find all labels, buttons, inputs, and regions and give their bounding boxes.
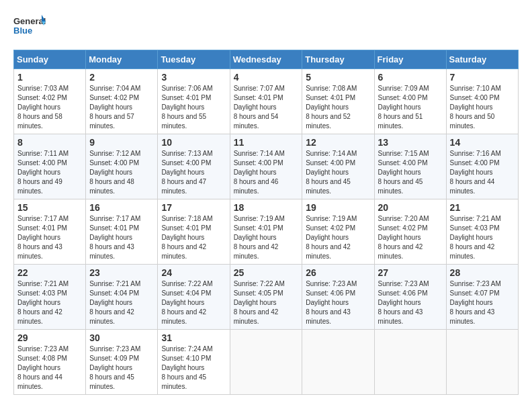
day-number: 26 xyxy=(306,267,370,278)
day-info: Sunrise: 7:12 AM Sunset: 4:00 PM Dayligh… xyxy=(89,149,154,196)
day-info: Sunrise: 7:21 AM Sunset: 4:04 PM Dayligh… xyxy=(89,279,154,326)
day-info: Sunrise: 7:08 AM Sunset: 4:01 PM Dayligh… xyxy=(306,84,370,131)
day-info: Sunrise: 7:09 AM Sunset: 4:00 PM Dayligh… xyxy=(378,84,443,131)
day-number: 6 xyxy=(378,72,443,83)
calendar-week-row: 8 Sunrise: 7:11 AM Sunset: 4:00 PM Dayli… xyxy=(14,134,519,199)
day-info: Sunrise: 7:17 AM Sunset: 4:01 PM Dayligh… xyxy=(89,214,154,261)
calendar-cell xyxy=(230,330,302,395)
logo: General Blue xyxy=(13,13,46,39)
day-info: Sunrise: 7:22 AM Sunset: 4:04 PM Dayligh… xyxy=(161,279,226,326)
logo-icon: General Blue xyxy=(13,13,46,39)
day-number: 17 xyxy=(161,202,226,213)
calendar-cell: 28 Sunrise: 7:23 AM Sunset: 4:07 PM Dayl… xyxy=(446,265,518,330)
calendar-cell: 21 Sunrise: 7:21 AM Sunset: 4:03 PM Dayl… xyxy=(446,199,518,265)
day-number: 25 xyxy=(234,267,299,278)
calendar-cell: 6 Sunrise: 7:09 AM Sunset: 4:00 PM Dayli… xyxy=(374,69,446,134)
calendar-cell: 2 Sunrise: 7:04 AM Sunset: 4:02 PM Dayli… xyxy=(86,69,158,134)
calendar-cell: 10 Sunrise: 7:13 AM Sunset: 4:00 PM Dayl… xyxy=(158,134,230,199)
day-number: 10 xyxy=(161,137,226,148)
column-header-thursday: Thursday xyxy=(302,50,374,69)
calendar-cell: 30 Sunrise: 7:23 AM Sunset: 4:09 PM Dayl… xyxy=(86,330,158,395)
day-info: Sunrise: 7:21 AM Sunset: 4:03 PM Dayligh… xyxy=(450,214,515,261)
day-number: 11 xyxy=(234,137,299,148)
svg-text:Blue: Blue xyxy=(13,26,32,36)
calendar-cell: 16 Sunrise: 7:17 AM Sunset: 4:01 PM Dayl… xyxy=(86,199,158,265)
logo-wordmark: General Blue xyxy=(13,13,46,39)
day-info: Sunrise: 7:20 AM Sunset: 4:02 PM Dayligh… xyxy=(378,214,443,261)
day-info: Sunrise: 7:23 AM Sunset: 4:07 PM Dayligh… xyxy=(450,279,515,326)
column-header-friday: Friday xyxy=(374,50,446,69)
page-header: General Blue xyxy=(13,13,519,39)
day-number: 12 xyxy=(306,137,370,148)
calendar-cell: 9 Sunrise: 7:12 AM Sunset: 4:00 PM Dayli… xyxy=(86,134,158,199)
calendar-cell: 23 Sunrise: 7:21 AM Sunset: 4:04 PM Dayl… xyxy=(86,265,158,330)
day-number: 8 xyxy=(17,137,82,148)
day-info: Sunrise: 7:13 AM Sunset: 4:00 PM Dayligh… xyxy=(161,149,226,196)
calendar-cell: 29 Sunrise: 7:23 AM Sunset: 4:08 PM Dayl… xyxy=(14,330,86,395)
day-info: Sunrise: 7:16 AM Sunset: 4:00 PM Dayligh… xyxy=(450,149,515,196)
day-number: 4 xyxy=(234,72,299,83)
day-number: 23 xyxy=(89,267,154,278)
day-info: Sunrise: 7:21 AM Sunset: 4:03 PM Dayligh… xyxy=(17,279,82,326)
day-number: 24 xyxy=(161,267,226,278)
day-number: 9 xyxy=(89,137,154,148)
day-number: 5 xyxy=(306,72,370,83)
calendar-cell: 17 Sunrise: 7:18 AM Sunset: 4:01 PM Dayl… xyxy=(158,199,230,265)
calendar-cell: 14 Sunrise: 7:16 AM Sunset: 4:00 PM Dayl… xyxy=(446,134,518,199)
calendar-week-row: 1 Sunrise: 7:03 AM Sunset: 4:02 PM Dayli… xyxy=(14,69,519,134)
day-info: Sunrise: 7:17 AM Sunset: 4:01 PM Dayligh… xyxy=(17,214,82,261)
day-info: Sunrise: 7:14 AM Sunset: 4:00 PM Dayligh… xyxy=(234,149,299,196)
column-header-saturday: Saturday xyxy=(446,50,518,69)
day-number: 22 xyxy=(17,267,82,278)
day-info: Sunrise: 7:23 AM Sunset: 4:06 PM Dayligh… xyxy=(306,279,370,326)
column-header-wednesday: Wednesday xyxy=(230,50,302,69)
calendar-cell: 20 Sunrise: 7:20 AM Sunset: 4:02 PM Dayl… xyxy=(374,199,446,265)
calendar-cell xyxy=(446,330,518,395)
day-number: 30 xyxy=(89,332,154,343)
day-number: 28 xyxy=(450,267,515,278)
day-number: 13 xyxy=(378,137,443,148)
svg-text:General: General xyxy=(13,16,46,26)
calendar-cell: 31 Sunrise: 7:24 AM Sunset: 4:10 PM Dayl… xyxy=(158,330,230,395)
day-info: Sunrise: 7:23 AM Sunset: 4:06 PM Dayligh… xyxy=(378,279,443,326)
day-number: 21 xyxy=(450,202,515,213)
day-number: 15 xyxy=(17,202,82,213)
day-info: Sunrise: 7:15 AM Sunset: 4:00 PM Dayligh… xyxy=(378,149,443,196)
calendar-cell: 4 Sunrise: 7:07 AM Sunset: 4:01 PM Dayli… xyxy=(230,69,302,134)
calendar-cell: 13 Sunrise: 7:15 AM Sunset: 4:00 PM Dayl… xyxy=(374,134,446,199)
calendar-table: SundayMondayTuesdayWednesdayThursdayFrid… xyxy=(13,50,519,395)
calendar-week-row: 22 Sunrise: 7:21 AM Sunset: 4:03 PM Dayl… xyxy=(14,265,519,330)
calendar-cell: 22 Sunrise: 7:21 AM Sunset: 4:03 PM Dayl… xyxy=(14,265,86,330)
column-header-monday: Monday xyxy=(86,50,158,69)
day-info: Sunrise: 7:07 AM Sunset: 4:01 PM Dayligh… xyxy=(234,84,299,131)
day-info: Sunrise: 7:11 AM Sunset: 4:00 PM Dayligh… xyxy=(17,149,82,196)
calendar-cell: 12 Sunrise: 7:14 AM Sunset: 4:00 PM Dayl… xyxy=(302,134,374,199)
day-number: 16 xyxy=(89,202,154,213)
day-number: 27 xyxy=(378,267,443,278)
day-info: Sunrise: 7:23 AM Sunset: 4:09 PM Dayligh… xyxy=(89,345,154,392)
calendar-cell: 5 Sunrise: 7:08 AM Sunset: 4:01 PM Dayli… xyxy=(302,69,374,134)
calendar-header-row: SundayMondayTuesdayWednesdayThursdayFrid… xyxy=(14,50,519,69)
day-number: 2 xyxy=(89,72,154,83)
day-number: 31 xyxy=(161,332,226,343)
calendar-cell: 24 Sunrise: 7:22 AM Sunset: 4:04 PM Dayl… xyxy=(158,265,230,330)
calendar-cell: 8 Sunrise: 7:11 AM Sunset: 4:00 PM Dayli… xyxy=(14,134,86,199)
day-info: Sunrise: 7:23 AM Sunset: 4:08 PM Dayligh… xyxy=(17,345,82,392)
calendar-cell: 27 Sunrise: 7:23 AM Sunset: 4:06 PM Dayl… xyxy=(374,265,446,330)
day-info: Sunrise: 7:03 AM Sunset: 4:02 PM Dayligh… xyxy=(17,84,82,131)
day-info: Sunrise: 7:14 AM Sunset: 4:00 PM Dayligh… xyxy=(306,149,370,196)
column-header-sunday: Sunday xyxy=(14,50,86,69)
calendar-cell xyxy=(302,330,374,395)
day-number: 20 xyxy=(378,202,443,213)
day-number: 19 xyxy=(306,202,370,213)
calendar-cell: 25 Sunrise: 7:22 AM Sunset: 4:05 PM Dayl… xyxy=(230,265,302,330)
calendar-cell: 26 Sunrise: 7:23 AM Sunset: 4:06 PM Dayl… xyxy=(302,265,374,330)
day-info: Sunrise: 7:06 AM Sunset: 4:01 PM Dayligh… xyxy=(161,84,226,131)
day-info: Sunrise: 7:19 AM Sunset: 4:01 PM Dayligh… xyxy=(234,214,299,261)
day-info: Sunrise: 7:19 AM Sunset: 4:02 PM Dayligh… xyxy=(306,214,370,261)
day-info: Sunrise: 7:24 AM Sunset: 4:10 PM Dayligh… xyxy=(161,345,226,392)
day-info: Sunrise: 7:22 AM Sunset: 4:05 PM Dayligh… xyxy=(234,279,299,326)
calendar-cell: 19 Sunrise: 7:19 AM Sunset: 4:02 PM Dayl… xyxy=(302,199,374,265)
day-info: Sunrise: 7:10 AM Sunset: 4:00 PM Dayligh… xyxy=(450,84,515,131)
calendar-cell: 3 Sunrise: 7:06 AM Sunset: 4:01 PM Dayli… xyxy=(158,69,230,134)
